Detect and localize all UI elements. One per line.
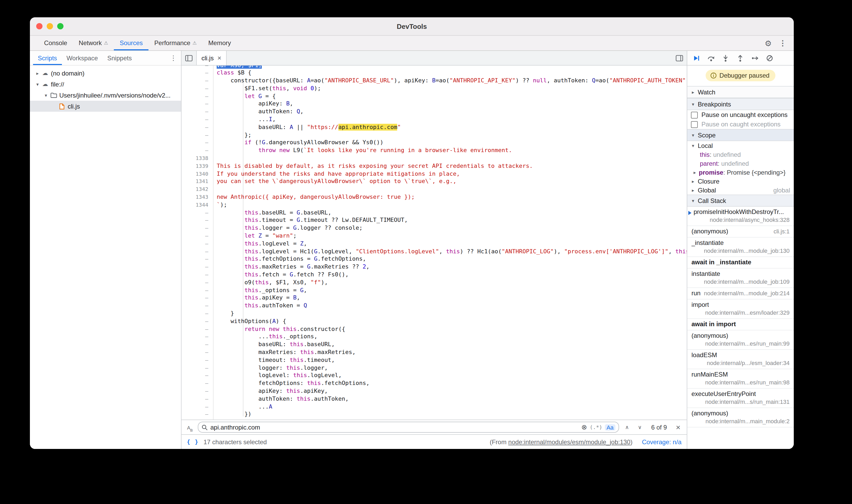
panel-tab-console[interactable]: Console <box>38 36 73 50</box>
line-number[interactable]: – <box>181 70 213 77</box>
line-number[interactable]: – <box>181 101 213 108</box>
scope-variable-this[interactable]: this: undefined <box>687 150 794 159</box>
line-number[interactable]: 1339 <box>181 163 213 170</box>
sidebar-tab-snippets[interactable]: Snippets <box>103 51 137 65</box>
line-number[interactable]: – <box>181 349 213 357</box>
call-stack-frame[interactable]: loadESMnode:internal/p.../esm_loader:34 <box>687 350 794 369</box>
code-line[interactable]: – logLevel: this.logLevel, <box>181 372 687 380</box>
code-line[interactable]: – if (!G.dangerouslyAllowBrowser && Ys0(… <box>181 139 687 147</box>
toggle-debugger-sidebar-icon[interactable] <box>672 51 687 65</box>
step-button[interactable] <box>748 52 762 64</box>
code-line[interactable]: 1339This is disabled by default, as it r… <box>181 163 687 170</box>
panel-tab-network[interactable]: Network⚠ <box>73 36 114 50</box>
file-tab-clijs[interactable]: cli.js × <box>196 51 227 65</box>
checkbox-icon[interactable] <box>691 121 698 128</box>
code-line[interactable]: – }) <box>181 411 687 419</box>
breakpoint-toggle[interactable]: Pause on uncaught exceptions <box>687 110 794 120</box>
scope-variable-promise[interactable]: ▸promise: Promise {<pending>} <box>687 168 794 177</box>
line-number[interactable]: – <box>181 411 213 419</box>
search-input[interactable] <box>210 424 579 431</box>
step-over-button[interactable] <box>704 52 718 64</box>
code-line[interactable]: – this.fetch = G.fetch ?? Fs0(), <box>181 271 687 279</box>
line-number[interactable]: – <box>181 147 213 155</box>
call-stack-frame[interactable]: instantiatenode:internal/m...module_job:… <box>687 269 794 288</box>
settings-gear-icon[interactable]: ⚙ <box>765 39 772 47</box>
code-line[interactable]: – return new this.constructor({ <box>181 325 687 333</box>
code-line[interactable]: – timeout: this.timeout, <box>181 357 687 364</box>
line-number[interactable]: – <box>181 248 213 256</box>
line-number[interactable]: – <box>181 403 213 411</box>
code-line[interactable]: – this.timeout = G.timeout ?? Lw.DEFAULT… <box>181 217 687 225</box>
resume-button[interactable] <box>689 52 703 64</box>
previous-match-icon[interactable]: ∧ <box>622 424 632 430</box>
code-line[interactable]: –var Xs0, $F1, <box>181 66 687 70</box>
line-number[interactable]: – <box>181 131 213 139</box>
line-number[interactable]: – <box>181 271 213 279</box>
line-number[interactable]: – <box>181 294 213 302</box>
code-line[interactable]: – baseURL: this.baseURL, <box>181 341 687 349</box>
call-stack-frame[interactable]: runnode:internal/m...module_job:214 <box>687 288 794 300</box>
zoom-window-button[interactable] <box>57 23 64 29</box>
line-number[interactable]: 1338 <box>181 155 213 163</box>
code-line[interactable]: – let Z = "warn"; <box>181 232 687 240</box>
code-line[interactable]: – ...I, <box>181 116 687 124</box>
code-line[interactable]: – apiKey: B, <box>181 101 687 108</box>
line-number[interactable]: – <box>181 364 213 372</box>
line-number[interactable]: – <box>181 318 213 326</box>
tree-item-cli-js[interactable]: cli.js <box>30 101 181 112</box>
pretty-print-button[interactable]: { } <box>187 438 199 445</box>
call-stack-frame[interactable]: promiseInitHookWithDestroyTr...node:inte… <box>687 206 794 226</box>
line-number[interactable]: 1343 <box>181 194 213 201</box>
more-options-icon[interactable]: ⋮ <box>779 39 786 47</box>
tree-item-file-[interactable]: ▾☁file:// <box>30 79 181 90</box>
code-line[interactable]: 1338 <box>181 155 687 163</box>
code-line[interactable]: – maxRetries: this.maxRetries, <box>181 349 687 357</box>
close-tab-icon[interactable]: × <box>217 54 221 62</box>
code-line[interactable]: 1341you can set the \`dangerouslyAllowBr… <box>181 178 687 186</box>
line-number[interactable]: – <box>181 325 213 333</box>
line-number[interactable]: – <box>181 124 213 132</box>
code-line[interactable]: – let G = { <box>181 93 687 101</box>
line-number[interactable]: – <box>181 66 213 70</box>
section-scope[interactable]: ▾ Scope <box>687 129 794 141</box>
code-line[interactable]: –class $B { <box>181 70 687 77</box>
breakpoint-toggle[interactable]: Pause on caught exceptions <box>687 120 794 129</box>
call-stack-frame[interactable]: (anonymous)node:internal/m...es/run_main… <box>687 330 794 350</box>
line-number[interactable]: – <box>181 232 213 240</box>
line-number[interactable]: – <box>181 85 213 93</box>
line-number[interactable]: – <box>181 310 213 318</box>
scope-variable-parent[interactable]: parent: undefined <box>687 159 794 168</box>
code-line[interactable]: – this.maxRetries = G.maxRetries ?? 2, <box>181 263 687 271</box>
code-line[interactable]: – $F1.set(this, void 0); <box>181 85 687 93</box>
line-number[interactable]: – <box>181 224 213 232</box>
code-line[interactable]: – withOptions(A) { <box>181 318 687 326</box>
call-stack-frame[interactable]: (anonymous)cli.js:1 <box>687 226 794 238</box>
line-number[interactable]: – <box>181 93 213 101</box>
hide-navigator-icon[interactable] <box>181 51 196 65</box>
code-line[interactable]: 1344`); <box>181 201 687 209</box>
line-number[interactable]: – <box>181 263 213 271</box>
minimize-window-button[interactable] <box>47 23 53 29</box>
scope-group-closure[interactable]: ▸Closure <box>687 177 794 186</box>
code-line[interactable]: – constructor({baseURL: A=ao("ANTHROPIC_… <box>181 77 687 85</box>
line-number[interactable]: – <box>181 341 213 349</box>
line-number[interactable]: – <box>181 209 213 217</box>
line-number[interactable]: 1344 <box>181 201 213 209</box>
sidebar-tab-scripts[interactable]: Scripts <box>33 51 61 65</box>
line-number[interactable]: – <box>181 380 213 388</box>
line-number[interactable]: 1340 <box>181 170 213 178</box>
chevron-down-icon[interactable]: ▾ <box>34 82 41 87</box>
call-stack-frame[interactable]: importnode:internal/m...esm/loader:329 <box>687 300 794 319</box>
sidebar-tab-workspace[interactable]: Workspace <box>61 51 103 65</box>
code-line[interactable]: – baseURL: A || "https://api.anthropic.c… <box>181 124 687 132</box>
code-line[interactable]: – }; <box>181 131 687 139</box>
code-line[interactable]: – apiKey: this.apiKey, <box>181 388 687 395</box>
line-number[interactable]: – <box>181 287 213 294</box>
chevron-right-icon[interactable]: ▸ <box>694 170 699 175</box>
line-number[interactable]: 1341 <box>181 178 213 186</box>
section-watch[interactable]: ▸ Watch <box>687 86 794 98</box>
code-line[interactable]: – this.logger = G.logger ?? console; <box>181 224 687 232</box>
section-breakpoints[interactable]: ▾ Breakpoints <box>687 98 794 110</box>
panel-tab-sources[interactable]: Sources <box>114 36 148 50</box>
section-callstack[interactable]: ▾ Call Stack <box>687 195 794 206</box>
